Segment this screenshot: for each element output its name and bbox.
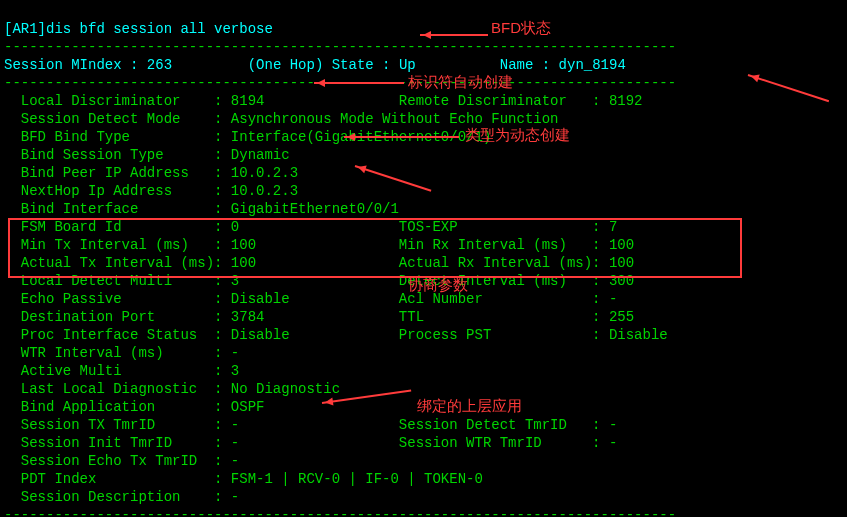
arrow-discriminator — [314, 82, 404, 84]
divider-bot: ----------------------------------------… — [4, 507, 676, 517]
annotation-type-dynamic: 类型为动态创建 — [465, 126, 570, 145]
session-detail-rows: Local Discriminator : 8194 Remote Discri… — [4, 92, 843, 506]
annotation-bind-app: 绑定的上层应用 — [417, 397, 522, 416]
session-header: Session MIndex : 263 (One Hop) State : U… — [4, 57, 626, 73]
divider-top: ----------------------------------------… — [4, 39, 676, 55]
annotation-discriminator: 标识符自动创建 — [408, 73, 513, 92]
annotation-negotiation: 协商参数 — [408, 276, 468, 295]
annotation-bfd-state: BFD状态 — [491, 19, 551, 38]
command-line: [AR1]dis bfd session all verbose — [4, 21, 273, 37]
arrow-type-dynamic — [344, 136, 459, 138]
arrow-bfd-state — [420, 34, 488, 36]
